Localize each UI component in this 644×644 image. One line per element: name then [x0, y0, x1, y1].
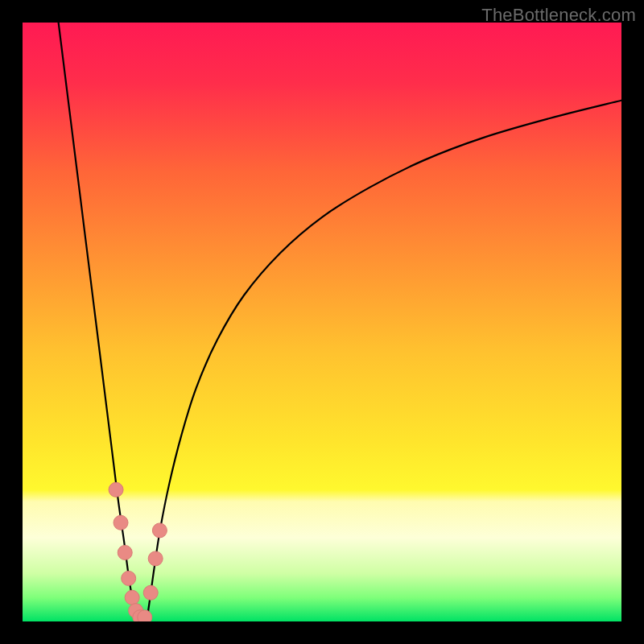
- marker-point: [114, 515, 128, 530]
- chart-svg: [23, 23, 621, 621]
- marker-point: [109, 482, 123, 497]
- watermark-text: TheBottleneck.com: [481, 5, 636, 26]
- marker-point: [122, 571, 136, 585]
- marker-point: [138, 610, 152, 621]
- marker-point: [143, 585, 158, 600]
- chart-frame: TheBottleneck.com: [0, 0, 644, 644]
- marker-point: [125, 590, 139, 605]
- marker-point: [148, 551, 163, 566]
- marker-point: [152, 523, 167, 538]
- plot-area: [23, 23, 621, 621]
- gradient-background: [23, 23, 621, 621]
- marker-point: [118, 545, 132, 559]
